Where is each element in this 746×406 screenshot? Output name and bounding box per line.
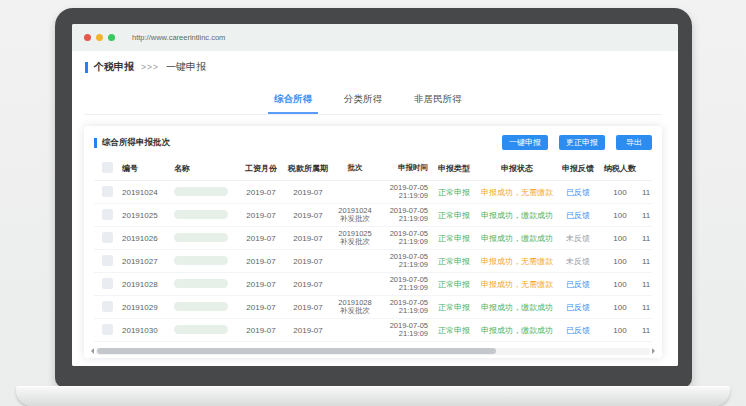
row-checkbox[interactable] <box>102 324 113 335</box>
cell-tax-period: 2019-07 <box>284 211 332 220</box>
cell-checkbox <box>94 255 120 268</box>
name-placeholder <box>174 325 228 334</box>
table-row: 201910242019-072019-072019-07-05 21:19:0… <box>94 181 652 204</box>
cell-name <box>172 256 238 267</box>
url-text[interactable]: http://www.careerintlinc.com <box>132 33 225 42</box>
tab-nonresident-income[interactable]: 非居民所得 <box>408 91 468 114</box>
name-placeholder <box>174 279 228 288</box>
panel-actions: 一键申报 更正申报 导出 <box>502 135 652 150</box>
table-row: 201910292019-072019-0720191028 补发批次2019-… <box>94 296 652 319</box>
income-type-tabs: 综合所得 分类所得 非居民所得 <box>268 91 468 114</box>
column-header-10: 纳税人数 <box>600 163 640 174</box>
table-row: 201910302019-072019-072019-07-05 21:19:0… <box>94 319 652 342</box>
cell-name <box>172 279 238 290</box>
panel-title: 综合所得申报批次 <box>102 137 170 149</box>
cell-declare-time: 2019-07-05 21:19:09 <box>378 230 430 247</box>
cell-feedback: 已反馈 <box>556 325 600 336</box>
close-window-icon[interactable] <box>84 34 91 41</box>
cell-clipped-column: 11 <box>640 188 652 197</box>
column-header-0 <box>94 162 120 175</box>
column-header-8: 申报状态 <box>478 163 556 174</box>
cell-declare-time: 2019-07-05 21:19:09 <box>378 322 430 339</box>
breadcrumb-section[interactable]: 个税申报 <box>94 60 134 74</box>
cell-salary-month: 2019-07 <box>238 257 284 266</box>
cell-declare-time: 2019-07-05 21:19:09 <box>378 276 430 293</box>
cell-taxpayer-count: 100 <box>600 326 640 335</box>
select-all-checkbox[interactable] <box>102 162 113 173</box>
cell-taxpayer-count: 100 <box>600 234 640 243</box>
page-background: http://www.careerintlinc.com 个税申报 >>> 一键… <box>0 0 746 406</box>
breadcrumb-separator: >>> <box>141 62 159 72</box>
column-header-7: 申报类型 <box>430 163 478 174</box>
cell-batch-id: 20191029 <box>120 303 172 312</box>
export-button[interactable]: 导出 <box>616 135 652 150</box>
browser-address-bar: http://www.careerintlinc.com <box>72 24 678 51</box>
scroll-left-arrow-icon[interactable] <box>88 348 94 354</box>
cell-clipped-column: 11 <box>640 326 652 335</box>
cell-name <box>172 302 238 313</box>
cell-feedback: 已反馈 <box>556 279 600 290</box>
row-checkbox[interactable] <box>102 209 113 220</box>
cell-batch-id: 20191030 <box>120 326 172 335</box>
panel-title-wrap: 综合所得申报批次 <box>94 137 170 149</box>
scrollbar-thumb[interactable] <box>97 348 496 354</box>
table-row: 201910272019-072019-072019-07-05 21:19:0… <box>94 250 652 273</box>
name-placeholder <box>174 256 228 265</box>
breadcrumb: 个税申报 >>> 一键申报 <box>85 60 206 74</box>
scroll-right-arrow-icon[interactable] <box>652 348 658 354</box>
minimize-window-icon[interactable] <box>96 34 103 41</box>
cell-batch-id: 20191025 <box>120 211 172 220</box>
name-placeholder <box>174 233 228 242</box>
cell-feedback: 未反馈 <box>556 256 600 267</box>
tab-comprehensive-income[interactable]: 综合所得 <box>268 91 318 114</box>
cell-declare-status: 申报成功，缴款成功 <box>478 325 556 336</box>
one-click-declare-button[interactable]: 一键申报 <box>502 135 548 150</box>
section-marker-bar <box>85 62 88 73</box>
cell-feedback: 已反馈 <box>556 187 600 198</box>
cell-declare-type: 正常申报 <box>430 279 478 290</box>
cell-batch-id: 20191026 <box>120 234 172 243</box>
table-row: 201910252019-072019-0720191024 补发批次2019-… <box>94 204 652 227</box>
row-checkbox[interactable] <box>102 255 113 266</box>
page-content: 个税申报 >>> 一键申报 综合所得 分类所得 非居民所得 综合所得申报批次 <box>72 51 678 366</box>
tab-classified-income[interactable]: 分类所得 <box>338 91 388 114</box>
breadcrumb-page[interactable]: 一键申报 <box>166 60 206 74</box>
cell-taxpayer-count: 100 <box>600 280 640 289</box>
cell-salary-month: 2019-07 <box>238 280 284 289</box>
row-checkbox[interactable] <box>102 301 113 312</box>
cell-checkbox <box>94 209 120 222</box>
cell-batch: 20191028 补发批次 <box>332 299 378 316</box>
cell-clipped-column: 11 <box>640 280 652 289</box>
cell-batch-id: 20191027 <box>120 257 172 266</box>
column-header-3: 工资月份 <box>238 163 284 174</box>
cell-taxpayer-count: 100 <box>600 211 640 220</box>
row-checkbox[interactable] <box>102 186 113 197</box>
scrollbar-track[interactable] <box>96 348 650 355</box>
cell-clipped-column: 11 <box>640 257 652 266</box>
row-checkbox[interactable] <box>102 278 113 289</box>
row-checkbox[interactable] <box>102 232 113 243</box>
cell-declare-status: 申报成功，缴款成功 <box>478 302 556 313</box>
cell-batch-id: 20191024 <box>120 188 172 197</box>
cell-tax-period: 2019-07 <box>284 326 332 335</box>
cell-feedback: 未反馈 <box>556 233 600 244</box>
name-placeholder <box>174 210 228 219</box>
horizontal-scrollbar[interactable] <box>88 347 658 355</box>
table-header: 编号名称工资月份税款所属期批次申报时间申报类型申报状态申报反馈纳税人数 <box>94 157 652 181</box>
maximize-window-icon[interactable] <box>108 34 115 41</box>
cell-checkbox <box>94 278 120 291</box>
cell-salary-month: 2019-07 <box>238 211 284 220</box>
panel-title-marker-bar <box>94 138 97 148</box>
cell-checkbox <box>94 232 120 245</box>
column-header-6: 申报时间 <box>378 164 430 173</box>
correction-declare-button[interactable]: 更正申报 <box>559 135 605 150</box>
cell-salary-month: 2019-07 <box>238 234 284 243</box>
tabs-divider <box>84 114 662 115</box>
cell-declare-time: 2019-07-05 21:19:09 <box>378 253 430 270</box>
cell-name <box>172 187 238 198</box>
cell-feedback: 已反馈 <box>556 210 600 221</box>
cell-taxpayer-count: 100 <box>600 303 640 312</box>
column-header-9: 申报反馈 <box>556 163 600 174</box>
table-clip: 编号名称工资月份税款所属期批次申报时间申报类型申报状态申报反馈纳税人数 2019… <box>94 157 652 342</box>
column-header-5: 批次 <box>332 164 378 173</box>
